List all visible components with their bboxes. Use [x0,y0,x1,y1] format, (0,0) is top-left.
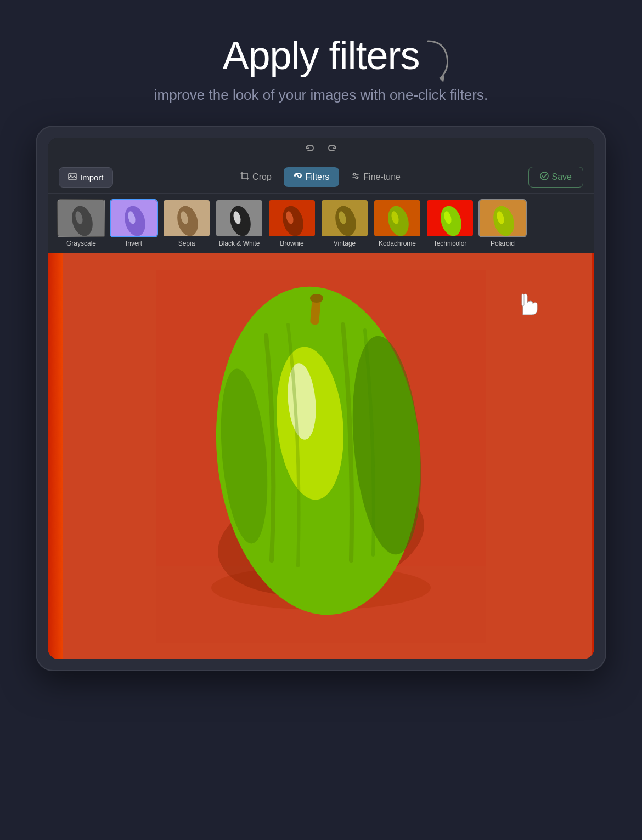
filters-label: Filters [306,172,330,182]
filter-bw-label: Black & White [219,240,260,247]
filter-grayscale[interactable]: Grayscale [57,199,106,247]
undo-icon[interactable] [305,143,317,155]
tab-filters[interactable]: Filters [284,167,340,187]
redo-icon[interactable] [325,143,337,155]
filter-invert[interactable]: Invert [109,199,159,247]
filter-sepia[interactable]: Sepia [162,199,211,247]
image-area [48,253,594,659]
tab-finetune[interactable]: Fine-tune [341,167,410,187]
crop-icon [240,172,249,183]
filter-brownie[interactable]: Brownie [267,199,317,247]
filter-polaroid[interactable]: Polaroid [478,199,527,247]
main-image-svg [156,270,486,643]
toolbar-controls [305,143,337,155]
filter-vintage-thumb [320,199,369,237]
filter-brownie-thumb [268,199,316,237]
toolbar [48,138,594,161]
crop-label: Crop [252,172,272,182]
filter-kodachrome-thumb [373,199,421,237]
filter-invert-label: Invert [126,240,142,247]
menu-center: Crop Filters [230,167,410,187]
image-border-left [48,253,63,659]
filter-invert-thumb [110,199,158,237]
arrow-decoration [412,38,455,82]
filter-vintage[interactable]: Vintage [320,199,369,247]
import-button[interactable]: Import [59,167,113,188]
svg-point-45 [310,294,323,303]
tab-crop[interactable]: Crop [230,167,281,187]
finetune-icon [351,172,360,183]
header-section: Apply filters improve the look of your i… [22,33,620,104]
device-frame: Import Crop [36,126,606,671]
filters-icon [294,172,302,183]
filter-vintage-label: Vintage [334,240,356,247]
filter-kodachrome[interactable]: Kodachrome [373,199,422,247]
filter-grayscale-label: Grayscale [66,240,96,247]
page-title: Apply filters [22,33,620,78]
filter-kodachrome-label: Kodachrome [379,240,416,247]
filter-sepia-thumb [162,199,211,237]
filter-technicolor-thumb [426,199,474,237]
page-subtitle: improve the look of your images with one… [22,87,620,104]
filter-sepia-label: Sepia [178,240,195,247]
filter-grayscale-thumb [57,199,105,237]
menu-left: Import [59,167,113,188]
filter-polaroid-label: Polaroid [491,240,515,247]
filter-polaroid-thumb [478,199,527,237]
svg-point-6 [356,177,358,179]
filter-technicolor[interactable]: Technicolor [425,199,475,247]
menu-bar: Import Crop [48,161,594,194]
save-button[interactable]: Save [528,167,583,188]
import-label: Import [80,173,104,182]
filter-brownie-label: Brownie [280,240,303,247]
svg-rect-46 [522,294,524,306]
svg-point-7 [540,172,548,180]
save-label: Save [552,172,572,182]
filter-bw-thumb [215,199,263,237]
filters-strip: Grayscale Invert [48,194,594,253]
svg-point-4 [353,173,356,175]
filter-technicolor-label: Technicolor [433,240,467,247]
app-window: Import Crop [48,138,594,659]
image-border-right [592,253,594,659]
cursor-hand-icon [512,286,539,322]
check-icon [540,172,549,183]
finetune-label: Fine-tune [363,172,401,182]
image-icon [68,172,77,183]
filter-bw[interactable]: Black & White [215,199,264,247]
